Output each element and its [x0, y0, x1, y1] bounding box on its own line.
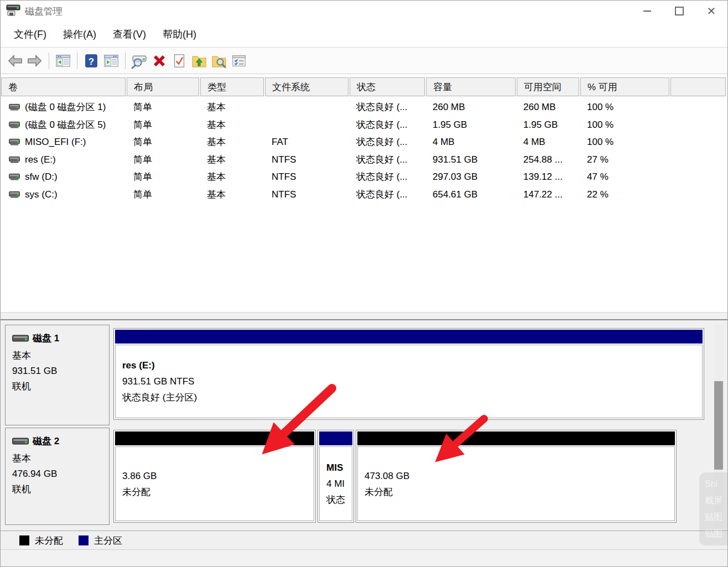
float-item[interactable]: 贴图 — [699, 526, 728, 542]
cell-freespace: 254.88 ... — [517, 151, 580, 169]
properties-list-icon[interactable] — [229, 51, 249, 71]
cell-layout: 简单 — [127, 168, 200, 186]
disk-icon — [12, 334, 29, 344]
legend-label-primary: 主分区 — [94, 534, 122, 547]
disk-status: 联机 — [12, 482, 109, 497]
cell-layout: 简单 — [127, 98, 200, 116]
close-icon: ✕ — [707, 6, 716, 17]
float-item[interactable]: 贴图 — [699, 509, 728, 526]
table-row[interactable]: sys (C:) 简单 基本 NTFS 状态良好 (... 654.61 GB … — [1, 186, 727, 204]
volume-name: MISO_EFI (F:) — [25, 133, 86, 151]
cell-type: 基本 — [200, 186, 265, 204]
disk2-partition-miso[interactable]: MIS 4 MI 状态 — [318, 430, 354, 523]
rescan-disks-icon[interactable] — [129, 51, 149, 71]
toolbar-separator — [125, 53, 126, 69]
cell-pctfree: 100 % — [580, 116, 670, 134]
document-check-icon[interactable] — [169, 51, 189, 71]
volume-list-pane: 卷 布局 类型 文件系统 状态 容量 可用空间 % 可用 (磁盘 0 磁盘分区 … — [1, 74, 727, 312]
table-row[interactable]: MISO_EFI (F:) 简单 基本 FAT 状态良好 (... 4 MB 4… — [1, 133, 727, 151]
partition-status: 未分配 — [365, 484, 668, 500]
cell-capacity: 4 MB — [426, 133, 517, 151]
partition-color-bar — [357, 431, 675, 445]
cell-filesystem: NTFS — [265, 151, 350, 169]
cell-layout: 简单 — [127, 151, 200, 169]
partition-size: 931.51 GB NTFS — [122, 373, 695, 389]
column-header-volume[interactable]: 卷 — [1, 77, 126, 96]
cell-capacity: 1.95 GB — [426, 116, 517, 134]
volume-name: sys (C:) — [25, 186, 58, 204]
console-tree-icon[interactable] — [53, 51, 73, 71]
cell-status: 状态良好 (... — [350, 168, 426, 186]
cell-layout: 简单 — [127, 133, 200, 151]
column-header-capacity[interactable]: 容量 — [426, 77, 516, 96]
minimize-button[interactable] — [631, 1, 663, 22]
disk-graphic-pane: 磁盘 1 基本 931.51 GB 联机 res (E:) 931.51 GB … — [1, 321, 727, 529]
column-header-layout[interactable]: 布局 — [127, 77, 199, 96]
scrollbar-thumb[interactable] — [714, 381, 723, 470]
cell-status: 状态良好 (... — [350, 98, 426, 116]
volume-icon — [9, 190, 20, 199]
snipaste-float-widget[interactable]: Sni 截屏 贴图 贴图 — [699, 472, 728, 545]
volume-name: sfw (D:) — [25, 168, 58, 186]
legend-label-unallocated: 未分配 — [35, 534, 63, 547]
column-header-pctfree[interactable]: % 可用 — [580, 77, 669, 96]
cell-freespace: 260 MB — [517, 98, 580, 116]
table-row[interactable]: res (E:) 简单 基本 NTFS 状态良好 (... 931.51 GB … — [1, 151, 727, 169]
disk1-label-box[interactable]: 磁盘 1 基本 931.51 GB 联机 — [5, 325, 110, 425]
column-header-freespace[interactable]: 可用空间 — [517, 77, 579, 96]
cell-pctfree: 100 % — [580, 98, 670, 116]
volume-name: (磁盘 0 磁盘分区 1) — [25, 98, 106, 116]
partition-status: 状态良好 (主分区) — [122, 389, 695, 405]
cell-status: 状态良好 (... — [350, 186, 426, 204]
disk2-unallocated-right[interactable]: 473.08 GB 未分配 — [356, 430, 677, 523]
cell-filesystem — [265, 98, 350, 116]
maximize-icon — [675, 7, 684, 15]
cell-freespace: 147.22 ... — [517, 186, 580, 204]
menu-action[interactable]: 操作(A) — [56, 25, 103, 43]
volume-icon — [9, 103, 20, 111]
disk2-label-box[interactable]: 磁盘 2 基本 476.94 GB 联机 — [5, 428, 110, 525]
folder-up-icon[interactable] — [189, 51, 209, 71]
float-item[interactable]: Sni — [699, 476, 728, 492]
legend-swatch-primary — [79, 535, 89, 545]
cell-type: 基本 — [200, 151, 265, 169]
partition-title: res (E:) — [122, 357, 695, 373]
cell-freespace: 4 MB — [517, 133, 580, 151]
forward-icon[interactable] — [25, 51, 45, 71]
table-row[interactable]: sfw (D:) 简单 基本 NTFS 状态良好 (... 297.03 GB … — [1, 168, 727, 186]
cell-capacity: 297.03 GB — [426, 168, 517, 186]
disk1-partition-res[interactable]: res (E:) 931.51 GB NTFS 状态良好 (主分区) — [113, 328, 704, 420]
column-header-empty[interactable] — [670, 77, 726, 96]
menu-bar: 文件(F) 操作(A) 查看(V) 帮助(H) — [1, 22, 727, 48]
close-button[interactable]: ✕ — [695, 1, 727, 22]
cell-status: 状态良好 (... — [350, 151, 426, 169]
volume-icon — [9, 121, 20, 129]
menu-file[interactable]: 文件(F) — [7, 25, 53, 43]
column-header-status[interactable]: 状态 — [350, 77, 425, 96]
menu-view[interactable]: 查看(V) — [106, 25, 153, 43]
cell-type: 基本 — [200, 116, 265, 134]
delete-volume-icon[interactable] — [149, 51, 169, 71]
disk2-unallocated-left[interactable]: 3.86 GB 未分配 — [113, 430, 316, 523]
back-icon[interactable] — [5, 51, 25, 71]
pane-splitter[interactable] — [1, 312, 727, 320]
help-icon[interactable]: ? — [81, 51, 101, 71]
maximize-button[interactable] — [663, 1, 695, 22]
cell-capacity: 654.61 GB — [426, 186, 517, 204]
table-row[interactable]: (磁盘 0 磁盘分区 5) 简单 基本 状态良好 (... 1.95 GB 1.… — [1, 116, 727, 134]
partition-size: 473.08 GB — [365, 468, 668, 484]
partition-size: 4 MI — [326, 476, 345, 492]
cell-capacity: 931.51 GB — [426, 151, 517, 169]
action-pane-icon[interactable] — [101, 51, 121, 71]
disk-type: 基本 — [12, 348, 109, 363]
column-header-type[interactable]: 类型 — [200, 77, 264, 96]
menu-help[interactable]: 帮助(H) — [156, 25, 203, 43]
column-header-filesystem[interactable]: 文件系统 — [265, 77, 349, 96]
float-item[interactable]: 截屏 — [699, 492, 728, 509]
cell-freespace: 139.12 ... — [517, 168, 580, 186]
cell-pctfree: 22 % — [580, 186, 670, 204]
folder-search-icon[interactable] — [209, 51, 229, 71]
cell-type: 基本 — [200, 98, 265, 116]
disk-name: 磁盘 1 — [33, 332, 59, 345]
table-row[interactable]: (磁盘 0 磁盘分区 1) 简单 基本 状态良好 (... 260 MB 260… — [1, 98, 727, 116]
